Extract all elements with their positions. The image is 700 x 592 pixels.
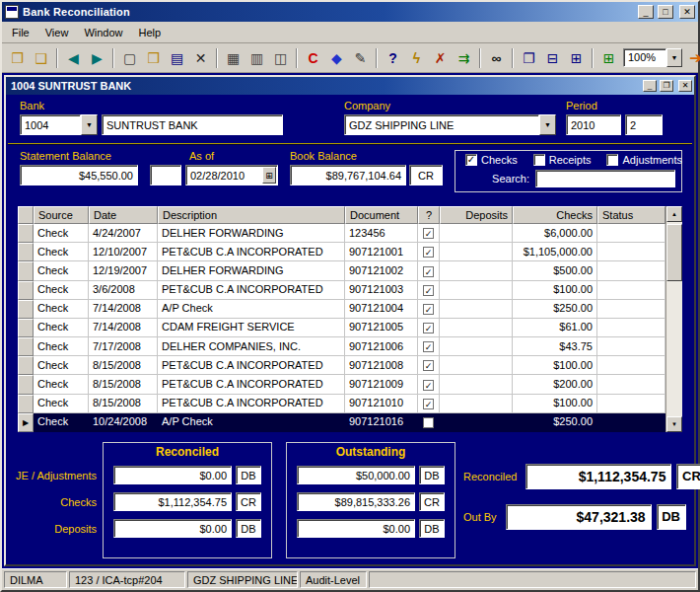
grid-row[interactable]: Check8/15/2008PET&CUB C.A INCORPORATED90…: [18, 395, 665, 413]
search-input[interactable]: [535, 170, 675, 187]
grid-row[interactable]: Check7/14/2008A/P Check907121004✓$250.00: [18, 300, 665, 319]
outstanding-deposits-amount-field[interactable]: $0.00: [297, 519, 415, 538]
menu-file[interactable]: File: [4, 24, 37, 41]
checks-filter-checkbox[interactable]: ✓ Checks: [465, 154, 518, 166]
outstanding-deposits-dc-field[interactable]: DB: [419, 519, 445, 538]
new-folder-button[interactable]: ❑: [30, 46, 52, 69]
zoom-select[interactable]: 100% ▼: [623, 48, 682, 67]
help-query-button[interactable]: ?: [382, 46, 404, 69]
reconciled-deposits-amount-field[interactable]: $0.00: [113, 519, 232, 538]
maximize-button[interactable]: □: [658, 5, 673, 19]
clear-button[interactable]: ◆: [325, 46, 348, 69]
cleared-checkbox[interactable]: ✓: [423, 399, 434, 409]
col-document[interactable]: Document: [345, 206, 418, 224]
adjustments-filter-checkbox[interactable]: Adjustments: [606, 154, 682, 166]
print-button[interactable]: ▦: [222, 46, 245, 69]
delete-button[interactable]: ✕: [189, 46, 212, 69]
row-selector[interactable]: [18, 337, 34, 356]
row-selector[interactable]: [18, 281, 34, 300]
reconciled-je-amount-field[interactable]: $0.00: [113, 466, 232, 484]
cleared-checkbox[interactable]: ✓: [423, 247, 434, 258]
col-cleared[interactable]: ?: [418, 206, 440, 224]
scroll-down-icon[interactable]: ▼: [666, 416, 682, 432]
grid-row[interactable]: ▶Check10/24/2008A/P Check907121016$250.0…: [18, 413, 665, 432]
cleared-checkbox[interactable]: ✓: [423, 360, 434, 371]
cleared-checkbox[interactable]: ✓: [423, 323, 434, 333]
scroll-up-icon[interactable]: ▲: [666, 206, 682, 222]
minimize-button[interactable]: _: [638, 5, 654, 19]
grid-row[interactable]: Check12/10/2007PET&CUB C.A INCORPORATED9…: [18, 243, 665, 261]
cleared-checkbox[interactable]: ✓: [423, 304, 434, 315]
row-selector[interactable]: [18, 395, 34, 413]
cleared-checkbox[interactable]: ✓: [423, 380, 434, 391]
print-setup-button[interactable]: ▥: [245, 46, 268, 69]
row-selector[interactable]: [18, 243, 34, 261]
outstanding-checks-amount-field[interactable]: $89,815,333.26: [297, 492, 415, 511]
post-button[interactable]: ϟ: [405, 46, 428, 69]
book-balance-field[interactable]: $89,767,104.64: [290, 165, 406, 185]
out-by-field[interactable]: $47,321.38: [506, 504, 652, 530]
reconciled-deposits-dc-field[interactable]: DB: [236, 519, 261, 538]
exit-button[interactable]: ➔: [684, 46, 700, 69]
scrollbar-thumb[interactable]: [666, 224, 682, 281]
period-month-field[interactable]: 2: [625, 114, 663, 135]
cleared-checkbox[interactable]: [423, 417, 434, 428]
bank-name-field[interactable]: SUNTRUST BANK: [102, 114, 283, 135]
row-selector[interactable]: [18, 319, 34, 337]
menu-help[interactable]: Help: [131, 24, 170, 41]
checkbox-checked-icon[interactable]: ✓: [465, 154, 477, 166]
unpost-button[interactable]: ✗: [429, 46, 452, 69]
edit-button[interactable]: ✎: [349, 46, 372, 69]
tile-vertical-button[interactable]: ⊞: [565, 46, 588, 69]
cleared-checkbox[interactable]: ✓: [423, 228, 434, 239]
row-selector[interactable]: [18, 356, 34, 375]
new-record-button[interactable]: ▢: [118, 46, 141, 69]
cascade-windows-button[interactable]: ❐: [518, 46, 540, 69]
vertical-scrollbar[interactable]: ▲ ▼: [665, 206, 682, 432]
child-restore-button[interactable]: ❐: [660, 80, 673, 92]
reconciled-checks-dc-field[interactable]: CR: [236, 492, 261, 511]
find-button[interactable]: ∞: [485, 46, 508, 69]
nav-forward-button[interactable]: ▶: [86, 46, 108, 69]
col-deposits[interactable]: Deposits: [440, 206, 513, 224]
outstanding-je-dc-field[interactable]: DB: [419, 466, 445, 484]
row-selector[interactable]: [18, 300, 34, 319]
nav-back-button[interactable]: ◀: [62, 46, 85, 69]
reconciled-total-dc-field[interactable]: CR: [676, 464, 700, 489]
outstanding-je-amount-field[interactable]: $50,000.00: [297, 466, 415, 484]
open-record-button[interactable]: ❒: [142, 46, 165, 69]
receipts-filter-checkbox[interactable]: Receipts: [533, 154, 592, 166]
transfer-button[interactable]: ⇉: [453, 46, 475, 69]
grid-row[interactable]: Check8/15/2008PET&CUB C.A INCORPORATED90…: [18, 356, 665, 375]
calendar-button[interactable]: ⊞: [262, 167, 276, 184]
reconciled-checks-amount-field[interactable]: $1,112,354.75: [113, 492, 232, 511]
col-date[interactable]: Date: [89, 206, 158, 224]
period-year-field[interactable]: 2010: [566, 114, 621, 135]
refresh-button[interactable]: C: [302, 46, 324, 69]
row-selector[interactable]: [18, 224, 34, 243]
col-status[interactable]: Status: [597, 206, 665, 224]
menu-window[interactable]: Window: [76, 24, 130, 41]
chevron-down-icon[interactable]: ▼: [539, 114, 556, 135]
reconciled-total-field[interactable]: $1,112,354.75: [525, 464, 671, 489]
grid-row[interactable]: Check12/19/2007DELHER FORWARDING90712100…: [18, 261, 665, 280]
book-balance-dc-field[interactable]: CR: [409, 165, 443, 185]
col-description[interactable]: Description: [158, 206, 345, 224]
chevron-down-icon[interactable]: ▼: [666, 48, 682, 67]
row-selector[interactable]: [18, 375, 34, 394]
cleared-checkbox[interactable]: ✓: [423, 266, 434, 277]
print-preview-button[interactable]: ◫: [269, 46, 292, 69]
col-source[interactable]: Source: [34, 206, 89, 224]
grid-row[interactable]: Check7/17/2008DELHER COMPANIES, INC.9071…: [18, 337, 665, 356]
cleared-checkbox[interactable]: ✓: [423, 341, 434, 352]
cleared-checkbox[interactable]: ✓: [423, 285, 434, 296]
outstanding-checks-dc-field[interactable]: CR: [419, 492, 445, 511]
reconciled-je-dc-field[interactable]: DB: [236, 466, 261, 484]
as-of-extra-field[interactable]: [150, 165, 181, 185]
menu-view[interactable]: View: [37, 24, 77, 41]
company-select[interactable]: GDZ SHIPPING LINE ▼: [344, 114, 556, 135]
as-of-date-field[interactable]: 02/28/2010 ⊞: [185, 165, 278, 185]
grid-view-button[interactable]: ⊞: [597, 46, 620, 69]
save-button[interactable]: ▤: [166, 46, 188, 69]
row-selector[interactable]: ▶: [18, 413, 34, 432]
